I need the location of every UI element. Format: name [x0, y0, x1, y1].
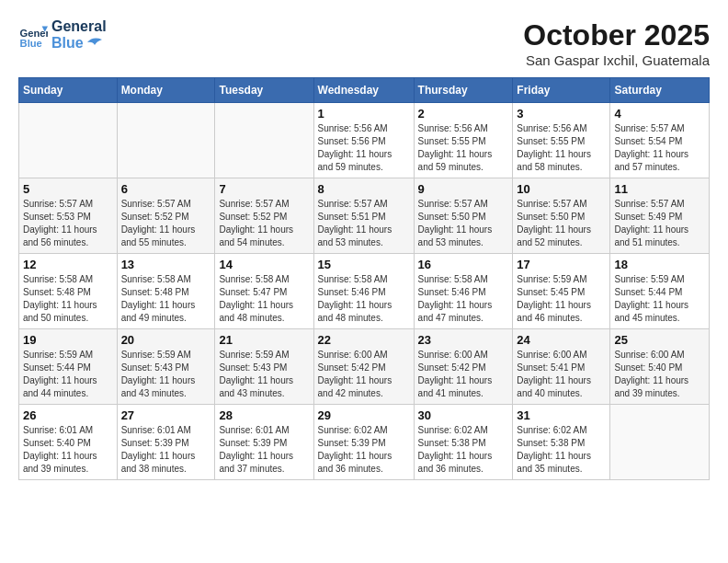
- day-info: Sunrise: 5:56 AM Sunset: 5:55 PM Dayligh…: [418, 122, 509, 174]
- calendar-cell: 26Sunrise: 6:01 AM Sunset: 5:40 PM Dayli…: [19, 405, 118, 480]
- day-info: Sunrise: 6:00 AM Sunset: 5:42 PM Dayligh…: [318, 349, 410, 400]
- day-number: 20: [121, 333, 211, 347]
- day-info: Sunrise: 5:58 AM Sunset: 5:48 PM Dayligh…: [23, 273, 113, 325]
- day-number: 9: [418, 182, 509, 196]
- weekday-header-wednesday: Wednesday: [313, 78, 414, 103]
- calendar-cell: 7Sunrise: 5:57 AM Sunset: 5:52 PM Daylig…: [215, 178, 313, 254]
- calendar-cell: [19, 103, 118, 178]
- calendar-header: SundayMondayTuesdayWednesdayThursdayFrid…: [19, 78, 710, 103]
- day-number: 17: [517, 258, 606, 271]
- logo: General Blue General Blue: [18, 18, 107, 51]
- day-info: Sunrise: 6:02 AM Sunset: 5:38 PM Dayligh…: [418, 424, 509, 476]
- day-number: 26: [23, 408, 113, 422]
- day-number: 16: [418, 258, 509, 271]
- day-number: 8: [318, 182, 410, 196]
- logo-line2: Blue: [51, 35, 107, 52]
- calendar-cell: 18Sunrise: 5:59 AM Sunset: 5:44 PM Dayli…: [610, 254, 710, 329]
- day-number: 1: [318, 107, 410, 121]
- day-number: 22: [318, 333, 410, 347]
- day-info: Sunrise: 5:59 AM Sunset: 5:43 PM Dayligh…: [219, 349, 309, 400]
- calendar-cell: 12Sunrise: 5:58 AM Sunset: 5:48 PM Dayli…: [19, 254, 118, 329]
- calendar-cell: 4Sunrise: 5:57 AM Sunset: 5:54 PM Daylig…: [610, 103, 710, 178]
- day-number: 2: [418, 107, 509, 121]
- day-number: 15: [318, 258, 410, 271]
- day-number: 3: [517, 107, 606, 121]
- location-subtitle: San Gaspar Ixchil, Guatemala: [523, 52, 710, 68]
- svg-text:Blue: Blue: [20, 37, 42, 48]
- calendar-cell: [117, 103, 215, 178]
- calendar-cell: 9Sunrise: 5:57 AM Sunset: 5:50 PM Daylig…: [414, 178, 513, 254]
- day-number: 30: [418, 408, 509, 422]
- day-number: 10: [517, 182, 606, 196]
- day-info: Sunrise: 5:57 AM Sunset: 5:53 PM Dayligh…: [23, 198, 113, 249]
- calendar-cell: 19Sunrise: 5:59 AM Sunset: 5:44 PM Dayli…: [19, 329, 118, 405]
- day-info: Sunrise: 6:02 AM Sunset: 5:39 PM Dayligh…: [318, 424, 410, 476]
- calendar-cell: 25Sunrise: 6:00 AM Sunset: 5:40 PM Dayli…: [610, 329, 710, 405]
- day-info: Sunrise: 5:56 AM Sunset: 5:56 PM Dayligh…: [318, 122, 410, 174]
- calendar-cell: 1Sunrise: 5:56 AM Sunset: 5:56 PM Daylig…: [313, 103, 414, 178]
- month-title: October 2025: [523, 18, 710, 52]
- calendar-cell: [610, 405, 710, 480]
- day-number: 31: [517, 408, 606, 422]
- day-info: Sunrise: 6:00 AM Sunset: 5:40 PM Dayligh…: [614, 349, 705, 400]
- calendar-cell: 14Sunrise: 5:58 AM Sunset: 5:47 PM Dayli…: [215, 254, 313, 329]
- day-number: 14: [219, 258, 309, 271]
- calendar-cell: 17Sunrise: 5:59 AM Sunset: 5:45 PM Dayli…: [513, 254, 610, 329]
- logo-icon: General Blue: [18, 20, 48, 50]
- calendar-cell: 31Sunrise: 6:02 AM Sunset: 5:38 PM Dayli…: [513, 405, 610, 480]
- calendar-body: 1Sunrise: 5:56 AM Sunset: 5:56 PM Daylig…: [19, 103, 710, 480]
- calendar-cell: 20Sunrise: 5:59 AM Sunset: 5:43 PM Dayli…: [117, 329, 215, 405]
- day-info: Sunrise: 6:01 AM Sunset: 5:39 PM Dayligh…: [219, 424, 309, 476]
- day-info: Sunrise: 5:57 AM Sunset: 5:54 PM Dayligh…: [614, 122, 705, 174]
- day-info: Sunrise: 5:58 AM Sunset: 5:48 PM Dayligh…: [121, 273, 211, 325]
- day-info: Sunrise: 5:59 AM Sunset: 5:44 PM Dayligh…: [614, 273, 705, 325]
- day-info: Sunrise: 6:00 AM Sunset: 5:42 PM Dayligh…: [418, 349, 509, 400]
- weekday-header-sunday: Sunday: [19, 78, 118, 103]
- calendar-week-row: 5Sunrise: 5:57 AM Sunset: 5:53 PM Daylig…: [19, 178, 710, 254]
- calendar-cell: 16Sunrise: 5:58 AM Sunset: 5:46 PM Dayli…: [414, 254, 513, 329]
- day-info: Sunrise: 6:00 AM Sunset: 5:41 PM Dayligh…: [517, 349, 606, 400]
- calendar-cell: 29Sunrise: 6:02 AM Sunset: 5:39 PM Dayli…: [313, 405, 414, 480]
- title-block: October 2025 San Gaspar Ixchil, Guatemal…: [523, 18, 710, 68]
- calendar-cell: 2Sunrise: 5:56 AM Sunset: 5:55 PM Daylig…: [414, 103, 513, 178]
- day-number: 29: [318, 408, 410, 422]
- day-info: Sunrise: 5:58 AM Sunset: 5:46 PM Dayligh…: [318, 273, 410, 325]
- calendar-cell: 23Sunrise: 6:00 AM Sunset: 5:42 PM Dayli…: [414, 329, 513, 405]
- calendar-cell: 21Sunrise: 5:59 AM Sunset: 5:43 PM Dayli…: [215, 329, 313, 405]
- day-info: Sunrise: 5:57 AM Sunset: 5:50 PM Dayligh…: [418, 198, 509, 249]
- calendar-week-row: 1Sunrise: 5:56 AM Sunset: 5:56 PM Daylig…: [19, 103, 710, 178]
- calendar-week-row: 19Sunrise: 5:59 AM Sunset: 5:44 PM Dayli…: [19, 329, 710, 405]
- calendar-cell: 5Sunrise: 5:57 AM Sunset: 5:53 PM Daylig…: [19, 178, 118, 254]
- day-info: Sunrise: 5:56 AM Sunset: 5:55 PM Dayligh…: [517, 122, 606, 174]
- calendar-cell: [215, 103, 313, 178]
- calendar-cell: 8Sunrise: 5:57 AM Sunset: 5:51 PM Daylig…: [313, 178, 414, 254]
- day-number: 19: [23, 333, 113, 347]
- day-info: Sunrise: 5:58 AM Sunset: 5:46 PM Dayligh…: [418, 273, 509, 325]
- weekday-header-tuesday: Tuesday: [215, 78, 313, 103]
- day-number: 5: [23, 182, 113, 196]
- day-info: Sunrise: 5:58 AM Sunset: 5:47 PM Dayligh…: [219, 273, 309, 325]
- page-header: General Blue General Blue October 2025 S…: [18, 18, 710, 68]
- day-number: 25: [614, 333, 705, 347]
- weekday-header-row: SundayMondayTuesdayWednesdayThursdayFrid…: [19, 78, 710, 103]
- calendar-cell: 30Sunrise: 6:02 AM Sunset: 5:38 PM Dayli…: [414, 405, 513, 480]
- day-number: 7: [219, 182, 309, 196]
- day-number: 12: [23, 258, 113, 271]
- weekday-header-thursday: Thursday: [414, 78, 513, 103]
- blue-bird-icon: [85, 36, 104, 49]
- day-info: Sunrise: 6:01 AM Sunset: 5:39 PM Dayligh…: [121, 424, 211, 476]
- day-info: Sunrise: 5:57 AM Sunset: 5:49 PM Dayligh…: [614, 198, 705, 249]
- weekday-header-monday: Monday: [117, 78, 215, 103]
- calendar-cell: 3Sunrise: 5:56 AM Sunset: 5:55 PM Daylig…: [513, 103, 610, 178]
- calendar-cell: 24Sunrise: 6:00 AM Sunset: 5:41 PM Dayli…: [513, 329, 610, 405]
- calendar-cell: 6Sunrise: 5:57 AM Sunset: 5:52 PM Daylig…: [117, 178, 215, 254]
- day-info: Sunrise: 6:02 AM Sunset: 5:38 PM Dayligh…: [517, 424, 606, 476]
- day-number: 11: [614, 182, 705, 196]
- calendar-cell: 28Sunrise: 6:01 AM Sunset: 5:39 PM Dayli…: [215, 405, 313, 480]
- calendar-week-row: 26Sunrise: 6:01 AM Sunset: 5:40 PM Dayli…: [19, 405, 710, 480]
- day-number: 28: [219, 408, 309, 422]
- day-info: Sunrise: 5:57 AM Sunset: 5:52 PM Dayligh…: [121, 198, 211, 249]
- weekday-header-saturday: Saturday: [610, 78, 710, 103]
- calendar-week-row: 12Sunrise: 5:58 AM Sunset: 5:48 PM Dayli…: [19, 254, 710, 329]
- calendar-cell: 22Sunrise: 6:00 AM Sunset: 5:42 PM Dayli…: [313, 329, 414, 405]
